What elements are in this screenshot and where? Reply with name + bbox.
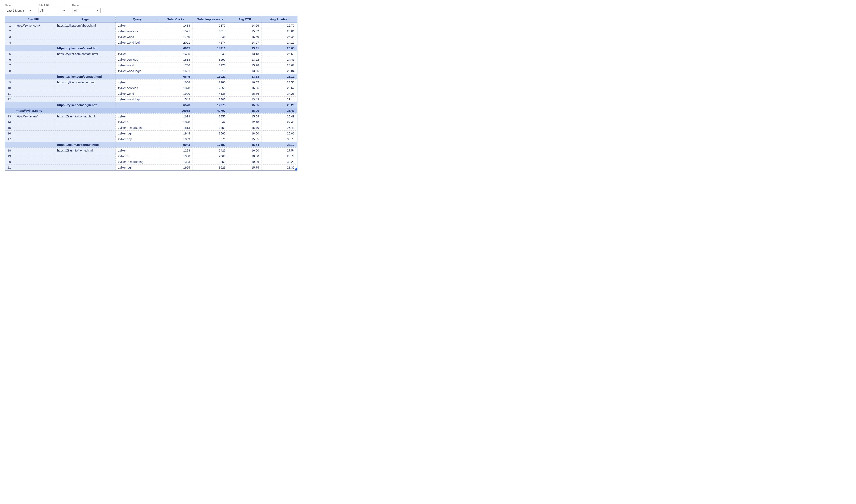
table-row[interactable]: 9https://zylker.com/login.htmlzylker1668… <box>5 79 297 85</box>
table-row[interactable]: 8zylker world login1631321813.6629.84 <box>5 68 297 74</box>
table-row[interactable]: 2zylker services1571381415.5225.01 <box>5 28 297 34</box>
cell-page <box>55 164 115 170</box>
subtotal-row[interactable]: https://zylker.com/login.html65781297515… <box>5 102 297 108</box>
cell-clicks: 1839 <box>159 136 193 142</box>
column-header-rownum[interactable] <box>5 16 13 22</box>
column-header-clicks[interactable]: Total Clicks <box>159 16 193 22</box>
cell-query: zylker bi <box>115 119 159 125</box>
cell-pos: 24.45 <box>262 57 297 62</box>
cell-clicks: 6645 <box>159 74 193 79</box>
cell-query: zylker <box>115 22 159 28</box>
table-row[interactable]: 20zylker in marketing1333285319.0630.20 <box>5 159 297 164</box>
cell-site <box>13 85 55 91</box>
table-row[interactable]: 5https://zylker.com/contact.htmlzylker14… <box>5 51 297 57</box>
cell-site <box>13 74 55 79</box>
cell-clicks: 1828 <box>159 119 193 125</box>
cell-page <box>55 91 115 96</box>
cell-pos: 25.70 <box>262 22 297 28</box>
cell-page: https://zylker.com/contact.html <box>55 74 115 79</box>
column-header-page[interactable]: Page↓ <box>55 16 115 22</box>
cell-clicks: 1668 <box>159 79 193 85</box>
column-header-ctr[interactable]: Avg CTR <box>228 16 262 22</box>
cell-site <box>13 28 55 34</box>
cell-ctr: 15.52 <box>228 28 262 34</box>
cell-query: zylker <box>115 51 159 57</box>
cell-clicks: 1813 <box>159 57 193 62</box>
filter-date-combo[interactable]: Last 6 Months <box>5 8 33 13</box>
cell-clicks: 1925 <box>159 164 193 170</box>
column-header-impr-label: Total Impressions <box>197 17 223 21</box>
cell-impr: 3629 <box>193 164 228 170</box>
table-row[interactable]: 17zylker pay1839367115.5530.75 <box>5 136 297 142</box>
table-row[interactable]: 12zylker world login1542330713.4329.14 <box>5 96 297 102</box>
cell-impr: 3243 <box>193 51 228 57</box>
caret-down-icon <box>30 10 32 11</box>
table-row[interactable]: 15zylker in marketing1813345215.7025.41 <box>5 125 297 130</box>
sitetotal-row[interactable]: https://zylker.com/200584070715.0025.46 <box>5 108 297 113</box>
cell-ctr: 15.54 <box>228 113 262 119</box>
table-row[interactable]: 21zylker login1925362915.7521.37 <box>5 164 297 170</box>
column-header-page-label: Page <box>82 17 89 21</box>
column-header-query[interactable]: Query↓ <box>115 16 159 22</box>
cell-impr: 2550 <box>193 85 228 91</box>
cell-impr: 14711 <box>193 45 228 51</box>
cell-rownum: 16 <box>5 130 13 136</box>
cell-impr: 3642 <box>193 119 228 125</box>
column-header-site[interactable]: Site URL <box>13 16 55 22</box>
cell-ctr: 13.43 <box>228 96 262 102</box>
cell-clicks: 1542 <box>159 96 193 102</box>
filter-date-value: Last 6 Months <box>7 9 24 12</box>
cell-query: zylker world login <box>115 68 159 74</box>
cell-clicks: 9043 <box>159 142 193 147</box>
cell-clicks: 1619 <box>159 113 193 119</box>
table-row[interactable]: 18https://Zillum.io/home.htmlzylker12232… <box>5 147 297 153</box>
cell-ctr: 15.70 <box>228 125 262 130</box>
cell-impr: 2426 <box>193 147 228 153</box>
cell-rownum <box>5 142 13 147</box>
table-row[interactable]: 7zylker world1766327015.2824.67 <box>5 62 297 68</box>
table-row[interactable]: 6zylker services1813329013.6224.45 <box>5 57 297 62</box>
table-row[interactable]: 4zylker world login2091417414.9724.19 <box>5 39 297 45</box>
cell-ctr: 16.85 <box>228 79 262 85</box>
table-row[interactable]: 19zylker bi1308236018.9025.74 <box>5 153 297 159</box>
column-header-impr[interactable]: Total Impressions <box>193 16 228 22</box>
table-row[interactable]: 14zylker bi1828364212.4027.49 <box>5 119 297 125</box>
cell-ctr: 15.00 <box>228 108 262 113</box>
cell-ctr: 14.26 <box>228 22 262 28</box>
subtotal-row[interactable]: https://zylker.com/about.html68351471115… <box>5 45 297 51</box>
table-row[interactable]: 3zylker world1760384616.5925.45 <box>5 34 297 39</box>
cell-site <box>13 51 55 57</box>
table-row[interactable]: 10zylker services1378255016.0623.67 <box>5 85 297 91</box>
cell-page <box>55 62 115 68</box>
subtotal-row[interactable]: https://Zillum.io/contact.html9043171821… <box>5 142 297 147</box>
cell-query <box>115 102 159 108</box>
cell-site <box>13 147 55 153</box>
table-row[interactable]: 13https://zylker.eu/https://Zillum.io/co… <box>5 113 297 119</box>
cell-pos: 24.26 <box>262 91 297 96</box>
filter-site: Site URL: All <box>38 4 67 13</box>
cell-clicks: 1813 <box>159 125 193 130</box>
table-row[interactable]: 11zylker world1990413816.3624.26 <box>5 91 297 96</box>
filter-page-combo[interactable]: All <box>72 8 101 13</box>
cell-clicks: 1990 <box>159 91 193 96</box>
filter-site-combo[interactable]: All <box>38 8 67 13</box>
column-header-ctr-label: Avg CTR <box>238 17 251 21</box>
cell-clicks: 1378 <box>159 85 193 91</box>
cell-ctr: 18.90 <box>228 153 262 159</box>
cell-impr: 4174 <box>193 39 228 45</box>
column-header-pos[interactable]: Avg Position <box>262 16 297 22</box>
subtotal-row[interactable]: https://zylker.com/contact.html664513021… <box>5 74 297 79</box>
cell-impr: 3452 <box>193 125 228 130</box>
cell-impr: 3290 <box>193 57 228 62</box>
cell-rownum: 11 <box>5 91 13 96</box>
table-row[interactable]: 1https://zylker.com/https://zylker.com/a… <box>5 22 297 28</box>
cell-rownum: 8 <box>5 68 13 74</box>
cell-site <box>13 45 55 51</box>
cell-pos: 23.56 <box>262 79 297 85</box>
table-row[interactable]: 16zylker login1944356018.5026.06 <box>5 130 297 136</box>
cell-site <box>13 153 55 159</box>
cell-site: https://zylker.eu/ <box>13 113 55 119</box>
cell-query: zylker world <box>115 34 159 39</box>
cell-pos: 24.67 <box>262 62 297 68</box>
cell-ctr: 12.40 <box>228 119 262 125</box>
